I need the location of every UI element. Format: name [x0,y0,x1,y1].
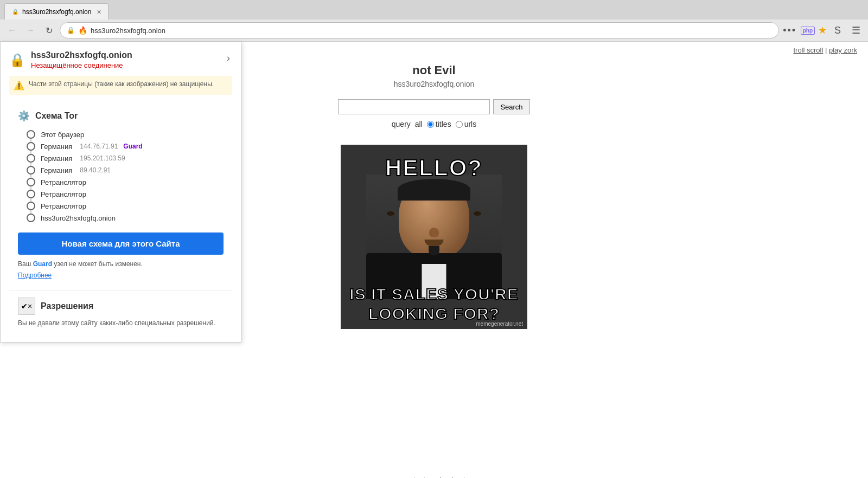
permissions-icon-symbol: ✔× [21,302,32,311]
contact-link[interactable]: contact [403,476,425,478]
lock-icon: 🔒 [67,27,75,34]
forward-button[interactable]: → [23,23,38,38]
unsecure-label: Незащищённое соединение [31,61,132,69]
titles-radio[interactable] [427,121,434,128]
guard-note: Ваш Guard узел не может быть изменен. [18,260,224,268]
warning-row: ⚠️ Части этой страницы (такие как изобра… [9,76,232,95]
meme-top-text: HELLO? [385,156,483,180]
search-input[interactable] [338,99,490,114]
tor-node-7: hss3uro2hsxfogfq.onion [27,212,224,224]
meme-bottom-text: IS IT SALES YOU'RE LOOKING FOR? [346,285,522,324]
search-form: Search [338,99,529,114]
node-label-3: Германия [41,166,72,175]
nav-right: ••• php ★ S ☰ [782,23,864,38]
nav-bar: ← → ↻ 🔒 🔥 hss3uro2hsxfogfq.onion ••• php… [0,20,868,41]
permissions-icon: ✔× [18,298,35,315]
tor-icon: ⚙️ [18,110,30,122]
active-tab[interactable]: 🔒 hss3uro2hsxfogfq.onion × [4,3,108,20]
sync-icon[interactable]: S [830,23,845,38]
new-circuit-button[interactable]: Новая схема для этого Сайта [18,232,224,255]
node-dot-6 [27,202,35,210]
about-link[interactable]: about [448,476,465,478]
meme-image: HELLO? IS I [341,145,527,329]
tor-node-2: Германия 195.201.103.59 [27,152,224,164]
node-label-2: Германия [41,154,72,163]
permissions-section: ✔× Разрешения Вы не давали этому сайту к… [9,290,232,333]
php-badge: php [801,27,815,35]
bookmark-star-icon[interactable]: ★ [818,24,827,36]
tor-chain: Этот браузер Германия 144.76.71.91 Guard… [18,128,224,224]
titles-radio-label[interactable]: titles [427,120,451,128]
address-bar[interactable]: 🔒 🔥 hss3uro2hsxfogfq.onion [60,22,779,38]
tor-node-3: Германия 89.40.2.91 [27,164,224,176]
node-label-6: Ретранслятор [41,202,86,210]
tor-node-1: Германия 144.76.71.91 Guard [27,140,224,152]
node-label-4: Ретранслятор [41,178,86,186]
node-label-7: hss3uro2hsxfogfq.onion [41,214,116,222]
urls-radio-label[interactable]: urls [456,120,477,128]
expand-arrow-icon[interactable]: › [225,50,232,66]
node-ip-3: 89.40.2.91 [80,166,111,174]
node-dot-5 [27,190,35,198]
more-link[interactable]: Подробнее [18,272,52,279]
node-dot-0 [27,130,35,139]
guard-link: Guard [33,260,52,268]
node-ip-2: 195.201.103.59 [80,154,125,162]
tor-node-5: Ретранслятор [27,188,224,200]
node-ip-1: 144.76.71.91 [80,143,118,150]
node-dot-2 [27,154,35,163]
warning-icon: ⚠️ [14,80,24,91]
back-button[interactable]: ← [4,23,20,38]
node-label-5: Ретранслятор [41,190,86,198]
all-label: all [415,120,423,128]
browser-chrome: 🔒 hss3uro2hsxfogfq.onion × ← → ↻ 🔒 🔥 hss… [0,0,868,42]
node-label-0: Этот браузер [41,131,84,139]
main-container: 🔒 hss3uro2hsxfogfq.onion Незащищённое со… [0,42,868,478]
refresh-button[interactable]: ↻ [41,23,56,38]
permissions-title: Разрешения [41,301,93,311]
tab-close-btn[interactable]: × [97,8,101,16]
tab-bar: 🔒 hss3uro2hsxfogfq.onion × [0,0,868,20]
tab-icon: 🔒 [11,8,19,16]
tor-header: ⚙️ Схема Tor [18,110,224,122]
site-title: not Evil [412,63,455,77]
menu-dots-button[interactable]: ••• [782,23,797,38]
titles-label: titles [436,120,451,128]
tor-node-4: Ретранслятор [27,176,224,188]
search-button[interactable]: Search [493,99,529,114]
tor-node-0: Этот браузер [27,128,224,140]
tor-title: Схема Tor [35,111,78,121]
address-url: hss3uro2hsxfogfq.onion [91,27,772,35]
tab-title: hss3uro2hsxfogfq.onion [22,8,91,16]
page-footer: contact api about [403,476,465,478]
play-zork-link[interactable]: play zork [829,46,857,54]
site-info-panel: 🔒 hss3uro2hsxfogfq.onion Незащищённое со… [0,42,241,343]
flame-icon: 🔥 [78,26,87,35]
node-dot-4 [27,178,35,186]
query-label: query [392,120,411,128]
separator: | [825,46,829,54]
urls-radio[interactable] [456,121,463,128]
search-options: query all titles urls [392,120,476,128]
node-dot-1 [27,142,35,151]
urls-label: urls [464,120,477,128]
top-right-links: troll scroll | play zork [793,46,857,54]
tor-node-6: Ретранслятор [27,200,224,212]
site-domain-label: hss3uro2hsxfogfq.onion [394,80,475,88]
site-info-header: 🔒 hss3uro2hsxfogfq.onion Незащищённое со… [9,50,232,69]
node-label-1: Германия [41,143,72,151]
permissions-header: ✔× Разрешения [18,298,224,315]
extensions-button[interactable]: ☰ [848,23,864,38]
site-info-text: hss3uro2hsxfogfq.onion Незащищённое соед… [31,50,132,69]
tor-section: ⚙️ Схема Tor Этот браузер Германия 144.7… [9,104,232,286]
site-domain-heading: hss3uro2hsxfogfq.onion [31,50,132,60]
warning-text: Части этой страницы (такие как изображен… [29,80,214,88]
lock-big-icon: 🔒 [9,53,25,68]
permissions-text: Вы не давали этому сайту каких-либо спец… [18,319,224,327]
api-link[interactable]: api [432,476,441,478]
troll-scroll-link[interactable]: troll scroll [793,46,823,54]
node-dot-3 [27,166,35,175]
guard-badge-1: Guard [123,143,142,150]
node-dot-7 [27,214,35,222]
